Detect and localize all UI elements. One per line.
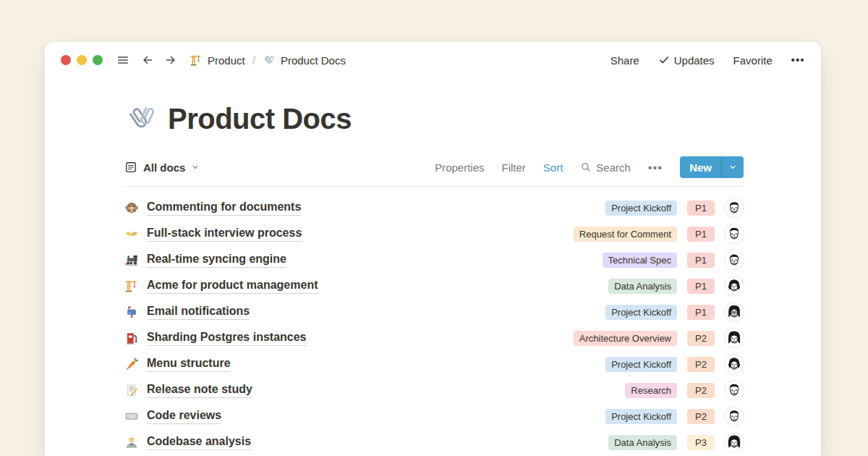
tag-pill: Project Kickoff [605,305,677,320]
breadcrumb-label: Product [208,54,245,67]
priority-pill: P2 [687,383,715,398]
doc-title[interactable]: Full-stack interview process [147,226,302,242]
doc-title[interactable]: Menu structure [147,356,231,372]
building-construction-icon [124,279,139,293]
tag-pill: Technical Spec [603,253,677,268]
favorite-button[interactable]: Favorite [733,54,773,67]
fuel-pump-icon [124,331,139,345]
linked-paperclips-icon [263,54,276,67]
table-row[interactable]: Codebase analysis Data Analysis P3 [124,429,744,455]
technologist-icon [124,435,139,449]
doc-title[interactable]: Sharding Postgres instances [147,330,307,346]
breadcrumb-item-product[interactable]: Product [190,54,245,67]
search-icon [580,161,592,173]
forward-button[interactable] [163,53,178,67]
view-switcher-all-docs[interactable]: All docs [124,161,200,174]
avatar [725,329,744,347]
updates-button[interactable]: Updates [658,54,715,67]
table-row[interactable]: Full-stack interview process Request for… [124,221,744,247]
filter-button[interactable]: Filter [502,161,526,174]
priority-pill: P1 [687,200,715,216]
new-button[interactable]: New [680,156,744,178]
doc-title[interactable]: Email notifications [147,304,250,320]
priority-pill: P1 [687,305,715,320]
view-label: All docs [143,161,185,174]
doc-title[interactable]: Commenting for documents [147,200,301,216]
avatar [725,355,744,373]
tag-pill: Project Kickoff [605,357,677,372]
new-button-dropdown[interactable] [722,156,744,178]
hamburger-icon [116,54,129,67]
page-icon-linked-paperclips[interactable] [124,101,159,136]
tag-pill: Project Kickoff [605,200,677,216]
table-row[interactable]: Menu structure Project Kickoff P2 [124,351,744,377]
avatar [725,433,744,452]
priority-pill: P1 [687,279,715,294]
memo-icon [124,383,139,397]
avatar [725,303,744,321]
locomotive-icon [124,253,139,267]
chevron-down-icon [191,163,200,172]
breadcrumb-item-product-docs[interactable]: Product Docs [263,54,346,67]
view-toolbar: All docs Properties Filter Sort Search •… [124,156,744,187]
avatar [725,250,744,269]
tag-pill: Data Analysis [608,279,677,294]
avatar [725,407,744,426]
table-row[interactable]: Acme for product management Data Analysi… [124,273,744,299]
search-label: Search [596,161,631,174]
close-window-button[interactable] [61,55,71,65]
tag-pill: Research [625,383,677,398]
priority-pill: P2 [687,357,715,372]
avatar [725,198,744,217]
view-more-options-button[interactable]: ••• [648,161,663,174]
chevron-down-icon [728,163,737,172]
properties-button[interactable]: Properties [435,161,484,174]
mailbox-icon [124,305,139,319]
zoom-window-button[interactable] [93,55,103,65]
table-row[interactable]: Sharding Postgres instances Architecture… [124,325,744,351]
table-view-icon [124,161,137,174]
table-row[interactable]: Commenting for documents Project Kickoff… [124,195,744,221]
doc-title[interactable]: Acme for product management [147,278,318,294]
priority-pill: P3 [687,435,715,450]
sort-button[interactable]: Sort [543,161,563,174]
titlebar: Product / Product Docs Share Updates Fav… [45,42,821,78]
doc-title[interactable]: Code reviews [147,408,221,424]
priority-pill: P1 [687,253,715,268]
handshake-icon [124,227,139,241]
priority-pill: P2 [687,409,715,424]
tag-pill: Data Analysis [608,435,677,450]
avatar [725,381,744,400]
more-options-button[interactable]: ••• [791,54,805,66]
page-header: Product Docs [124,101,744,136]
keyboard-icon [124,409,139,423]
tag-pill: Request for Comment [574,227,677,242]
window-controls [61,55,103,65]
priority-pill: P2 [687,331,715,346]
forward-arrow-icon [164,54,177,67]
tag-pill: Architecture Overview [574,331,677,346]
sidebar-menu-button[interactable] [116,53,130,67]
check-icon [658,54,670,66]
back-arrow-icon [141,54,154,67]
doc-table: Commenting for documents Project Kickoff… [124,195,744,455]
doc-title[interactable]: Release note study [147,382,252,398]
search-control[interactable]: Search [580,161,631,174]
table-row[interactable]: Release note study Research P2 [124,377,744,403]
doc-title[interactable]: Real-time syncing engine [147,252,286,268]
tag-pill: Project Kickoff [605,409,677,424]
page-title[interactable]: Product Docs [168,103,352,135]
app-window: Product / Product Docs Share Updates Fav… [45,42,821,456]
minimize-window-button[interactable] [77,55,87,65]
speak-no-evil-monkey-icon [124,200,139,215]
breadcrumb-label: Product Docs [281,54,346,67]
table-row[interactable]: Code reviews Project Kickoff P2 [124,403,744,429]
breadcrumb: Product / Product Docs [190,54,346,67]
carrot-icon [124,357,139,371]
avatar [725,224,744,243]
share-button[interactable]: Share [610,54,639,67]
back-button[interactable] [140,53,155,67]
table-row[interactable]: Real-time syncing engine Technical Spec … [124,247,744,273]
doc-title[interactable]: Codebase analysis [147,434,251,450]
table-row[interactable]: Email notifications Project Kickoff P1 [124,299,744,325]
